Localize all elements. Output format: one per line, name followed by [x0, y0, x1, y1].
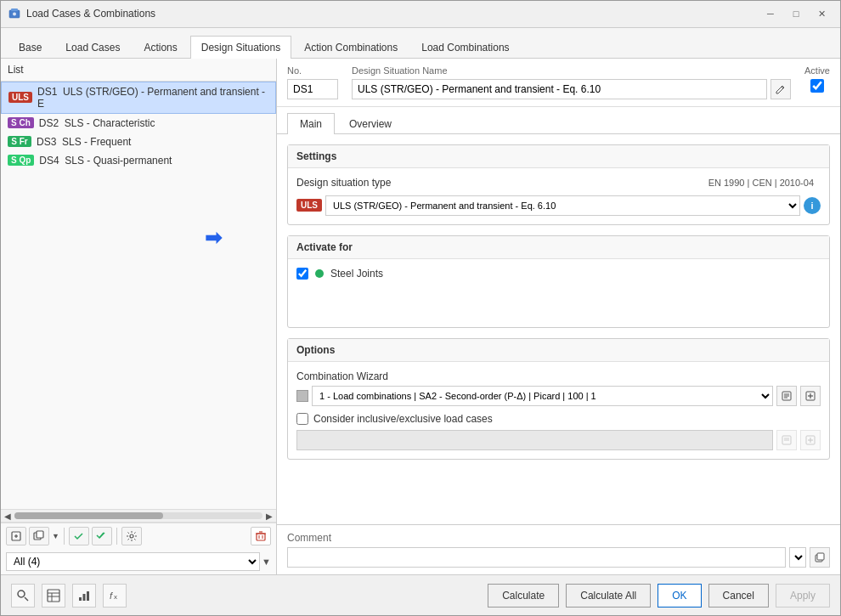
menu-tabs: Base Load Cases Actions Design Situation… — [1, 28, 840, 59]
wizard-row: 1 - Load combinations | SA2 - Second-ord… — [296, 386, 821, 406]
edit-name-button[interactable] — [770, 79, 791, 99]
maximize-button[interactable]: □ — [784, 3, 808, 24]
comment-copy-button[interactable] — [810, 547, 830, 568]
list-item-text: DS3 SLS - Frequent — [37, 136, 131, 148]
footer-search-icon[interactable] — [11, 584, 35, 608]
check-button[interactable] — [69, 527, 89, 545]
footer-chart-icon[interactable] — [72, 584, 96, 608]
list-item-text: DS1 ULS (STR/GEO) - Permanent and transi… — [37, 86, 268, 110]
list-toolbar: ▼ — [1, 523, 276, 549]
horizontal-scrollbar[interactable]: ◀ ▶ — [1, 509, 276, 523]
list-item-text: DS2 SLS - Characteristic — [39, 117, 155, 129]
no-label: No. — [287, 65, 338, 76]
scrollbar-track[interactable] — [14, 512, 262, 519]
design-type-badge: ULS — [296, 199, 322, 212]
right-panel: No. Design Situation Name — [277, 59, 840, 574]
combo-wizard-option: Combination Wizard 1 - Load combinations… — [296, 370, 821, 406]
apply-button[interactable]: Apply — [776, 584, 830, 608]
scroll-left-arrow[interactable]: ◀ — [4, 511, 11, 521]
ok-button[interactable]: OK — [658, 584, 701, 608]
content-body: Settings Design situation type EN 1990 |… — [277, 134, 840, 524]
badge-sch: S Ch — [8, 117, 34, 128]
list-item[interactable]: S Ch DS2 SLS - Characteristic — [1, 114, 276, 133]
filter-row: All (4) ▼ — [1, 549, 276, 574]
ds-name-section: Design Situation Name — [352, 65, 791, 99]
scrollbar-thumb[interactable] — [14, 512, 163, 519]
grayed-input-field — [296, 430, 773, 450]
design-type-label: Design situation type — [296, 177, 708, 189]
tab-action-combinations[interactable]: Action Combinations — [293, 36, 409, 59]
check-all-button[interactable] — [92, 527, 112, 545]
design-type-select[interactable]: ULS (STR/GEO) - Permanent and transient … — [325, 195, 800, 216]
tab-main[interactable]: Main — [287, 113, 335, 134]
content-tabs: Main Overview — [277, 107, 840, 134]
combo-wizard-add-button[interactable] — [800, 386, 821, 406]
badge-sqp: S Qp — [8, 155, 34, 166]
svg-point-2 — [13, 13, 16, 16]
settings-section: Settings Design situation type EN 1990 |… — [287, 144, 830, 225]
list-item[interactable]: S Fr DS3 SLS - Frequent — [1, 133, 276, 151]
calculate-all-button[interactable]: Calculate All — [566, 584, 651, 608]
combo-wizard-edit-button[interactable] — [776, 386, 797, 406]
svg-text:x: x — [114, 593, 117, 601]
activate-for-title: Activate for — [288, 236, 829, 259]
combo-wizard-label: Combination Wizard — [296, 370, 821, 382]
ds-header: No. Design Situation Name — [277, 59, 840, 107]
new-item-button[interactable] — [6, 527, 26, 545]
info-button[interactable]: i — [804, 197, 821, 214]
settings-content: Design situation type EN 1990 | CEN | 20… — [288, 168, 829, 224]
tab-overview[interactable]: Overview — [336, 113, 404, 134]
footer-formula-icon[interactable]: f x — [103, 584, 127, 608]
activate-for-content: Steel Joints — [288, 259, 829, 327]
tab-load-combinations[interactable]: Load Combinations — [410, 36, 520, 59]
options-content: Combination Wizard 1 - Load combinations… — [288, 362, 829, 459]
scroll-right-arrow[interactable]: ▶ — [266, 511, 273, 521]
ds-no-field[interactable] — [287, 79, 338, 99]
settings-button[interactable] — [121, 527, 142, 545]
calculate-button[interactable]: Calculate — [488, 584, 559, 608]
grayed-edit-button — [776, 430, 797, 450]
toolbar-separator — [64, 528, 65, 545]
comment-dropdown[interactable] — [789, 547, 806, 568]
svg-rect-32 — [48, 590, 59, 602]
comment-label: Comment — [287, 532, 830, 544]
minimize-button[interactable]: ─ — [759, 3, 782, 24]
dropdown-arrow-btn[interactable]: ▼ — [52, 532, 59, 540]
active-label: Active — [804, 65, 830, 76]
list-header: List — [1, 59, 276, 82]
activate-row: Steel Joints — [296, 268, 821, 280]
tab-load-cases[interactable]: Load Cases — [54, 36, 131, 59]
ds-name-field-wrap — [352, 79, 791, 99]
consider-load-cases-label: Consider inclusive/exclusive load cases — [313, 413, 493, 425]
badge-sfr: S Fr — [8, 136, 31, 147]
list-item[interactable]: ULS DS1 ULS (STR/GEO) - Permanent and tr… — [1, 82, 276, 114]
svg-rect-36 — [79, 597, 82, 601]
duplicate-button[interactable] — [29, 527, 49, 545]
active-checkbox[interactable] — [810, 79, 824, 93]
filter-select[interactable]: All (4) — [6, 552, 260, 571]
svg-text:f: f — [110, 591, 113, 601]
tab-base[interactable]: Base — [8, 36, 53, 59]
settings-title: Settings — [288, 145, 829, 168]
consider-load-cases-checkbox[interactable] — [296, 413, 308, 425]
design-type-row: Design situation type EN 1990 | CEN | 20… — [296, 177, 821, 189]
consider-load-cases-row: Consider inclusive/exclusive load cases — [296, 413, 821, 425]
blue-arrow: ➡ — [205, 226, 222, 250]
delete-button[interactable] — [251, 527, 271, 545]
tab-actions[interactable]: Actions — [133, 36, 188, 59]
tab-design-situations[interactable]: Design Situations — [190, 36, 291, 59]
filter-dropdown-arrow[interactable]: ▼ — [262, 557, 271, 567]
list-item[interactable]: S Qp DS4 SLS - Quasi-permanent — [1, 151, 276, 170]
comment-input[interactable] — [287, 547, 786, 568]
combo-wizard-select[interactable]: 1 - Load combinations | SA2 - Second-ord… — [312, 386, 773, 406]
cancel-button[interactable]: Cancel — [708, 584, 769, 608]
ds-name-field[interactable] — [352, 79, 767, 99]
footer-table-icon[interactable] — [42, 584, 65, 608]
badge-uls: ULS — [8, 92, 32, 103]
grayed-add-button — [800, 430, 821, 450]
footer: f x Calculate Calculate All OK Cancel Ap… — [1, 574, 840, 615]
left-panel: List ULS DS1 ULS (STR/GEO) - Permanent a… — [1, 59, 277, 574]
list-items: ULS DS1 ULS (STR/GEO) - Permanent and tr… — [1, 82, 276, 296]
close-button[interactable]: ✕ — [810, 3, 833, 24]
steel-joints-checkbox[interactable] — [296, 268, 308, 280]
